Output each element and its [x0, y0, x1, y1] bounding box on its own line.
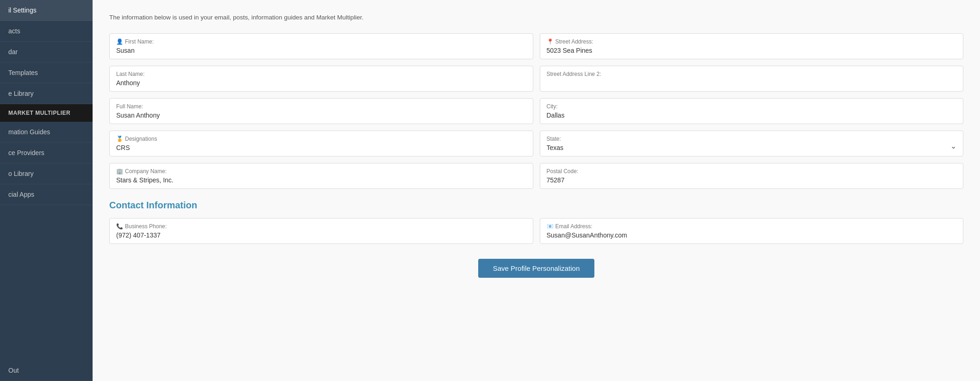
sidebar-item-information-guides[interactable]: mation Guides	[0, 122, 93, 143]
building-icon	[116, 168, 123, 175]
business-phone-input[interactable]	[116, 231, 526, 239]
sidebar-item-logo-library[interactable]: o Library	[0, 163, 93, 184]
full-name-label: Full Name:	[116, 103, 526, 110]
main-content: The information below is used in your em…	[93, 0, 980, 381]
person-icon	[116, 38, 123, 45]
contact-section-title: Contact Information	[109, 200, 963, 211]
sidebar-item-templates[interactable]: Templates	[0, 62, 93, 83]
sidebar-item-label: Templates	[8, 69, 38, 76]
state-field: State: Texas ⌄	[540, 131, 964, 156]
email-icon	[547, 223, 553, 230]
first-name-input[interactable]	[116, 47, 526, 54]
first-name-label: First Name:	[116, 38, 526, 45]
location-icon	[547, 38, 553, 45]
postal-code-input[interactable]	[547, 176, 957, 184]
sidebar-item-calendar[interactable]: dar	[0, 42, 93, 62]
company-name-field: Company Name:	[109, 163, 533, 189]
city-input[interactable]	[547, 112, 957, 119]
sidebar-item-label: e Library	[8, 90, 33, 97]
postal-code-field: Postal Code:	[540, 163, 964, 189]
sidebar-item-service-providers[interactable]: ce Providers	[0, 143, 93, 163]
sidebar-item-label: dar	[8, 48, 18, 56]
email-address-label: Email Address:	[547, 223, 957, 230]
sidebar-item-social-apps[interactable]: cial Apps	[0, 184, 93, 205]
phone-icon	[116, 223, 123, 230]
business-phone-label: Business Phone:	[116, 223, 526, 230]
save-button-row: Save Profile Personalization	[109, 259, 963, 278]
street-address-label: Street Address:	[547, 38, 957, 45]
state-label: State:	[547, 136, 957, 142]
sidebar-item-label: ce Providers	[8, 149, 44, 156]
sidebar-item-label: cial Apps	[8, 191, 34, 198]
sidebar-item-label: mation Guides	[8, 128, 50, 136]
contact-form-grid: Business Phone: Email Address:	[109, 218, 963, 244]
street-address-2-label: Street Address Line 2:	[547, 71, 957, 77]
business-phone-field: Business Phone:	[109, 218, 533, 244]
badge-icon	[116, 136, 123, 142]
full-name-input[interactable]	[116, 112, 526, 119]
email-address-field: Email Address:	[540, 218, 964, 244]
profile-form-grid: First Name: Street Address: Last Name: S…	[109, 33, 963, 189]
first-name-field: First Name:	[109, 33, 533, 59]
sidebar-item-label: o Library	[8, 170, 33, 177]
city-label: City:	[547, 103, 957, 110]
street-address-2-input[interactable]	[547, 79, 957, 87]
sidebar-item-label: acts	[8, 27, 20, 35]
city-field: City:	[540, 98, 964, 124]
designations-input[interactable]	[116, 144, 526, 151]
sidebar-item-email-settings[interactable]: il Settings	[0, 0, 93, 21]
email-address-input[interactable]	[547, 231, 957, 239]
street-address-input[interactable]	[547, 47, 957, 54]
sidebar-item-file-library[interactable]: e Library	[0, 83, 93, 104]
sidebar-item-label: il Settings	[8, 6, 37, 14]
full-name-field: Full Name:	[109, 98, 533, 124]
sidebar-item-sign-out[interactable]: Out	[0, 360, 93, 381]
last-name-input[interactable]	[116, 79, 526, 87]
sidebar: il Settings acts dar Templates e Library…	[0, 0, 93, 381]
sidebar-item-label: Out	[8, 367, 19, 374]
postal-code-label: Postal Code:	[547, 168, 957, 175]
company-name-input[interactable]	[116, 176, 526, 184]
state-select[interactable]: Texas	[547, 144, 957, 151]
street-address-2-field: Street Address Line 2:	[540, 66, 964, 92]
last-name-field: Last Name:	[109, 66, 533, 92]
sidebar-item-contacts[interactable]: acts	[0, 21, 93, 42]
designations-field: Designations	[109, 131, 533, 156]
last-name-label: Last Name:	[116, 71, 526, 77]
street-address-field: Street Address:	[540, 33, 964, 59]
info-text: The information below is used in your em…	[109, 13, 963, 22]
sidebar-section-multiplier: MARKET MULTIPLIER	[0, 104, 93, 122]
designations-label: Designations	[116, 136, 526, 142]
company-name-label: Company Name:	[116, 168, 526, 175]
save-profile-button[interactable]: Save Profile Personalization	[478, 259, 595, 278]
